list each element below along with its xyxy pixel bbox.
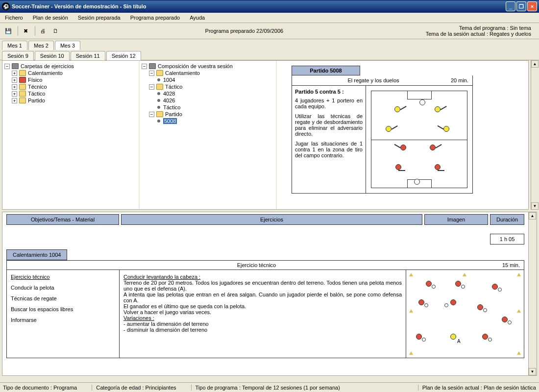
menu-prepared-session[interactable]: Sesión preparada	[76, 14, 122, 22]
maximize-button[interactable]: ❐	[516, 1, 526, 11]
window-title: Soccer-Trainer - Versión de demostración…	[12, 3, 506, 9]
expand-icon[interactable]: +	[12, 71, 17, 76]
desc-text: Terreno de 20 por 20 metros. Todos los j…	[123, 280, 402, 292]
desc-text: A intenta que las pelotas que entran en …	[123, 292, 402, 303]
close-button[interactable]: ×	[527, 1, 537, 11]
collapse-icon[interactable]: −	[142, 64, 147, 69]
status-plan: Plan de la sesión actual : Plan de sesió…	[418, 385, 536, 391]
bullet-icon	[157, 106, 160, 109]
card-text: Utilizar las técnicas de regate y de des…	[295, 113, 363, 137]
toolbar: 💾 ✖ 🖨 🗋 Programa preparado 22/09/2006 Te…	[0, 23, 539, 39]
stack-icon	[12, 63, 19, 69]
tree-group[interactable]: Partido	[165, 111, 182, 117]
tab-session-12[interactable]: Sesión 12	[106, 51, 141, 60]
menu-help[interactable]: Ayuda	[188, 14, 207, 22]
tree-root-label: Carpetas de ejercicios	[21, 63, 74, 69]
desc-text: El ganador es el último que se queda con…	[123, 303, 402, 309]
exercise-tab: Calentamiento 1004	[6, 249, 67, 260]
menu-prepared-program[interactable]: Programa preparado	[128, 14, 182, 22]
var-item: - aumentar la dimensión del terreno	[123, 321, 402, 327]
menubar: Fichero Plan de sesión Sesión preparada …	[0, 13, 539, 23]
card-subtitle: Partido 5 contra 5 :	[295, 89, 363, 95]
folder-icon	[19, 77, 26, 83]
tree-item[interactable]: Calentamiento	[28, 70, 63, 76]
tree-leaf-selected[interactable]: 5008	[163, 118, 177, 124]
obj-item: Conducir la pelota	[11, 285, 115, 291]
scrollbar-vertical[interactable]: ▲ ▼	[531, 60, 539, 210]
exercise-title: Ejercicio técnico	[11, 262, 502, 268]
tree-item[interactable]: Técnico	[28, 84, 47, 90]
total-duration: 1 h 05	[490, 234, 524, 245]
obj-title: Ejercicio técnico	[11, 274, 115, 280]
folder-icon	[19, 98, 26, 103]
statusbar: Tipo de documento : Programa Categoría d…	[0, 382, 539, 392]
tab-session-9[interactable]: Sesión 9	[2, 51, 34, 60]
card-header: Partido 5008	[292, 66, 360, 75]
exercise-folders-tree[interactable]: −Carpetas de ejercicios +Calentamiento +…	[2, 61, 140, 209]
expand-icon[interactable]: +	[12, 84, 17, 90]
pitch-diagram	[366, 86, 472, 193]
tree-leaf[interactable]: 4026	[163, 98, 175, 103]
folder-icon	[19, 84, 26, 90]
save-icon[interactable]: 💾	[3, 25, 14, 36]
scroll-down-icon[interactable]: ▼	[529, 368, 536, 375]
status-doc-type: Tipo de documento : Programa	[3, 385, 77, 391]
session-tabs: Sesión 9 Sesión 10 Sesión 11 Sesión 12	[0, 49, 539, 60]
scroll-up-icon[interactable]: ▲	[531, 60, 539, 68]
bullet-icon	[157, 99, 160, 102]
bullet-icon	[157, 120, 160, 122]
card-title: El regate y los duelos	[296, 77, 451, 83]
status-program-type: Tipo de programa : Temporal de 12 sesion…	[191, 385, 340, 391]
expand-icon[interactable]: +	[12, 91, 17, 97]
scrollbar-vertical[interactable]: ▲ ▼	[528, 212, 537, 375]
obj-item: Buscar los espacios libres	[11, 306, 115, 312]
scroll-down-icon[interactable]: ▼	[531, 202, 539, 210]
card-text: 4 jugadores + 1 portero en cada equipo.	[295, 98, 363, 109]
stack-icon	[149, 63, 156, 69]
desc-text: Volver a hacer el juego varias veces.	[123, 309, 402, 315]
collapse-icon[interactable]: −	[149, 71, 154, 76]
tree-leaf[interactable]: Táctico	[163, 104, 180, 110]
status-age: Categoría de edad : Principiantes	[92, 385, 176, 391]
tree-group[interactable]: Calentamiento	[165, 70, 200, 76]
program-theme: Tema del programa : Sin tema	[426, 25, 531, 31]
expand-icon[interactable]: +	[12, 98, 17, 103]
tree-root-label: Composición de vuestra sesión	[158, 63, 233, 69]
tree-item[interactable]: Físico	[28, 77, 42, 83]
menu-plan[interactable]: Plan de sesión	[31, 14, 70, 22]
objectives-column: Ejercicio técnico Conducir la pelota Téc…	[7, 270, 120, 358]
card-text: Jugar las situaciones de 1 contra 1 en l…	[295, 141, 363, 158]
collapse-icon[interactable]: −	[149, 112, 154, 117]
description-column: Conducir levantando la cabeza : Terreno …	[120, 270, 406, 358]
tab-month-3[interactable]: Mes 3	[55, 41, 80, 50]
tree-leaf[interactable]: 4028	[163, 91, 175, 97]
obj-item: Técnicas de regate	[11, 295, 115, 301]
tab-month-2[interactable]: Mes 2	[28, 41, 54, 50]
folder-icon	[19, 70, 26, 76]
session-composition-tree[interactable]: −Composición de vuestra sesión −Calentam…	[140, 61, 277, 209]
tree-item[interactable]: Partido	[28, 98, 45, 103]
collapse-icon[interactable]: −	[149, 84, 154, 90]
tab-session-11[interactable]: Sesión 11	[71, 51, 105, 60]
exercise-diagram: A	[406, 270, 524, 358]
tab-month-1[interactable]: Mes 1	[2, 41, 27, 50]
scroll-up-icon[interactable]: ▲	[529, 212, 536, 220]
tree-group[interactable]: Táctico	[165, 84, 182, 90]
print-icon[interactable]: 🖨	[37, 25, 48, 36]
expand-icon[interactable]: +	[12, 77, 17, 83]
minimize-button[interactable]: _	[506, 1, 515, 11]
header-exercises: Ejercicios	[121, 214, 422, 225]
tab-session-10[interactable]: Sesión 10	[35, 51, 70, 60]
var-item: - disminuir la dimensión del terreno	[123, 327, 402, 333]
preview-icon[interactable]: 🗋	[50, 25, 61, 36]
program-date: Programa preparado 22/09/2006	[63, 28, 426, 34]
header-image: Imagen	[424, 214, 488, 225]
menu-file[interactable]: Fichero	[3, 14, 25, 22]
delete-icon[interactable]: ✖	[20, 25, 31, 36]
bullet-icon	[157, 92, 160, 95]
tree-leaf[interactable]: 1004	[163, 77, 175, 83]
session-theme: Tema de la sesión actual : Regates y due…	[426, 31, 531, 37]
tree-item[interactable]: Táctico	[28, 91, 45, 97]
collapse-icon[interactable]: −	[4, 64, 10, 69]
app-icon: ⚽	[2, 2, 10, 10]
